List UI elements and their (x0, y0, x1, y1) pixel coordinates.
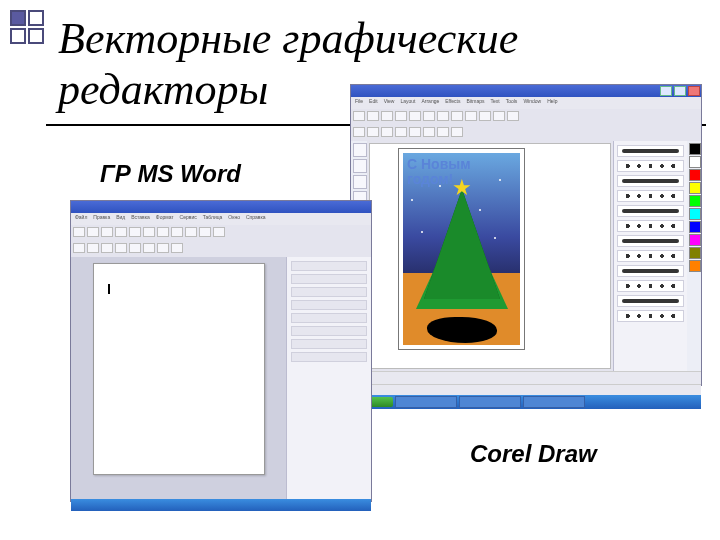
canvas: ★ С Новым годом! (369, 143, 611, 369)
titlebar (71, 201, 371, 213)
windows-taskbar (71, 499, 371, 511)
statusbar (351, 371, 701, 384)
brush-docker (613, 141, 687, 371)
slide-root: Векторные графические редакторы FileEdit… (0, 0, 720, 540)
document-page (93, 263, 265, 475)
standard-toolbar (351, 109, 701, 125)
drawing-page: ★ С Новым годом! (398, 148, 525, 350)
menubar: ФайлПравкаВидВставкаФорматСервисТаблицаО… (71, 213, 371, 225)
formatting-toolbar (71, 241, 371, 257)
task-pane (286, 257, 371, 499)
color-palette (687, 141, 701, 371)
titlebar (351, 85, 701, 97)
caption-corel: Corel Draw (470, 440, 597, 468)
close-icon (688, 86, 700, 96)
screenshot-msword: ФайлПравкаВидВставкаФорматСервисТаблицаО… (70, 200, 372, 502)
shape-tool-icon (353, 159, 367, 173)
caption-word: ГР MS Word (100, 160, 241, 188)
greeting-text: С Новым годом! (407, 157, 471, 188)
hintbar (351, 384, 701, 395)
maximize-icon (674, 86, 686, 96)
minimize-icon (660, 86, 672, 96)
menubar: FileEditViewLayoutArrangeEffectsBitmapsT… (351, 97, 701, 109)
standard-toolbar (71, 225, 371, 241)
screenshot-coreldraw: FileEditViewLayoutArrangeEffectsBitmapsT… (350, 84, 702, 386)
corner-logo (10, 10, 44, 44)
windows-taskbar (351, 395, 701, 409)
pick-tool-icon (353, 143, 367, 157)
property-toolbar (351, 125, 701, 141)
text-cursor-icon (108, 284, 110, 294)
zoom-tool-icon (353, 175, 367, 189)
